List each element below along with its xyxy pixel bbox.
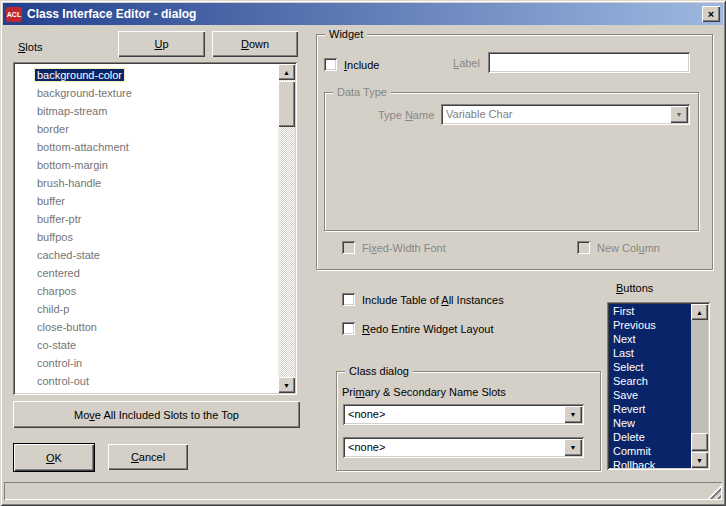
list-item-label: charpos <box>35 285 78 297</box>
list-item[interactable]: Rollback <box>609 458 691 468</box>
list-item[interactable]: buffer <box>15 192 278 210</box>
list-item-label: buffpos <box>35 231 75 243</box>
list-item-label: child-p <box>35 303 71 315</box>
widget-group-label: Widget <box>325 27 367 41</box>
list-item[interactable]: First <box>609 304 691 318</box>
title-bar[interactable]: ACL Class Interface Editor - dialog × <box>3 3 723 25</box>
primary-name-slot-value: <none> <box>348 404 385 425</box>
list-item-label: bitmap-stream <box>35 105 109 117</box>
list-item-label: Delete <box>613 431 645 443</box>
list-item[interactable]: bitmap-stream <box>15 102 278 120</box>
list-item[interactable]: Last <box>609 346 691 360</box>
scroll-down-button[interactable]: ▼ <box>691 452 708 468</box>
list-item-label: control-in <box>35 357 84 369</box>
class-dialog-group-label: Class dialog <box>345 364 413 378</box>
list-item-label: cached-state <box>35 249 102 261</box>
list-item-label: Next <box>613 333 636 345</box>
list-item-label: buffer-ptr <box>35 213 83 225</box>
list-item[interactable]: background-texture <box>15 84 278 102</box>
list-item[interactable]: buffer-ptr <box>15 210 278 228</box>
list-item-label: Rollback <box>613 459 655 468</box>
list-item[interactable]: bottom-margin <box>15 156 278 174</box>
list-item[interactable]: control-in <box>15 354 278 372</box>
secondary-name-slot-value: <none> <box>348 437 385 458</box>
up-arrow-icon: ▲ <box>696 309 703 316</box>
include-checkbox[interactable]: Include <box>324 58 379 71</box>
class-interface-editor-dialog: ACL Class Interface Editor - dialog × Sl… <box>0 0 726 506</box>
list-item-label: New <box>613 417 635 429</box>
type-name-dropdown-button: ▼ <box>670 106 688 123</box>
list-item[interactable]: New <box>609 416 691 430</box>
list-item[interactable]: Save <box>609 388 691 402</box>
list-item[interactable]: background-color <box>15 66 278 84</box>
resize-grip-icon[interactable] <box>706 484 721 499</box>
list-item-label: close-button <box>35 321 99 333</box>
list-item[interactable]: cached-state <box>15 246 278 264</box>
list-item[interactable]: Next <box>609 332 691 346</box>
list-item[interactable]: charpos <box>15 282 278 300</box>
label-field-label: Label <box>453 57 480 69</box>
list-item[interactable]: Delete <box>609 430 691 444</box>
slots-listbox[interactable]: background-colorbackground-texturebitmap… <box>13 62 297 395</box>
name-slots-label: Primary & Secondary Name Slots <box>342 386 506 398</box>
list-item[interactable]: centered <box>15 264 278 282</box>
list-item-label: Search <box>613 375 648 387</box>
list-item[interactable]: bottom-attachment <box>15 138 278 156</box>
list-item[interactable]: border <box>15 120 278 138</box>
primary-name-slot-combobox[interactable]: <none> ▼ <box>343 404 584 425</box>
buttons-scrollbar[interactable]: ▲ ▼ <box>691 304 708 468</box>
chevron-down-icon: ▼ <box>570 411 577 418</box>
list-item[interactable]: Revert <box>609 402 691 416</box>
up-button[interactable]: Up <box>118 31 205 57</box>
move-all-button-label: Move All Included Slots to the Top <box>74 409 239 421</box>
list-item-label: background-texture <box>35 87 134 99</box>
list-item[interactable]: Previous <box>609 318 691 332</box>
list-item[interactable]: close-button <box>15 318 278 336</box>
list-item[interactable]: Select <box>609 360 691 374</box>
checkbox-icon <box>342 241 355 254</box>
type-name-combobox: Variable Char ▼ <box>441 104 690 125</box>
secondary-name-slot-combobox[interactable]: <none> ▼ <box>343 437 584 458</box>
ok-button[interactable]: OK <box>13 443 95 472</box>
list-item[interactable]: Search <box>609 374 691 388</box>
ok-button-label: OK <box>46 452 62 464</box>
list-item[interactable]: control-out <box>15 372 278 390</box>
window-title: Class Interface Editor - dialog <box>27 7 702 21</box>
move-all-button[interactable]: Move All Included Slots to the Top <box>13 401 300 428</box>
scroll-up-button[interactable]: ▲ <box>278 64 295 80</box>
slots-scrollbar[interactable]: ▲ ▼ <box>278 64 295 393</box>
slots-list-items: background-colorbackground-texturebitmap… <box>15 64 278 393</box>
cancel-button[interactable]: Cancel <box>108 444 188 470</box>
down-button[interactable]: Down <box>212 31 298 57</box>
chevron-down-icon: ▼ <box>676 111 683 118</box>
primary-name-slot-dropdown-button[interactable]: ▼ <box>564 406 582 423</box>
checkbox-icon <box>342 322 355 335</box>
data-type-group-label: Data Type <box>333 85 391 99</box>
buttons-listbox[interactable]: FirstPreviousNextLastSelectSearchSaveRev… <box>607 302 710 470</box>
secondary-name-slot-dropdown-button[interactable]: ▼ <box>564 439 582 456</box>
include-table-checkbox[interactable]: Include Table of All Instances <box>342 293 504 306</box>
scrollbar-thumb[interactable] <box>278 81 295 127</box>
buttons-list-items: FirstPreviousNextLastSelectSearchSaveRev… <box>609 304 691 468</box>
list-item[interactable]: co-state <box>15 336 278 354</box>
redo-layout-checkbox[interactable]: Redo Entire Widget Layout <box>342 322 493 335</box>
scroll-down-button[interactable]: ▼ <box>278 377 295 393</box>
scrollbar-thumb[interactable] <box>691 433 708 451</box>
label-input[interactable] <box>488 52 690 73</box>
list-item-label: Last <box>613 347 634 359</box>
close-button[interactable]: × <box>702 6 720 22</box>
checkbox-icon <box>324 58 337 71</box>
list-item-label: Save <box>613 389 638 401</box>
list-item-label: buffer <box>35 195 67 207</box>
scroll-up-button[interactable]: ▲ <box>691 304 708 320</box>
slots-label: Slots <box>18 41 42 53</box>
status-bar <box>4 482 722 500</box>
list-item[interactable]: child-p <box>15 300 278 318</box>
list-item[interactable]: buffpos <box>15 228 278 246</box>
list-item[interactable]: brush-handle <box>15 174 278 192</box>
checkbox-icon <box>577 241 590 254</box>
list-item[interactable]: Commit <box>609 444 691 458</box>
list-item-label: Revert <box>613 403 645 415</box>
list-item-label: centered <box>35 267 82 279</box>
include-checkbox-label: Include <box>344 59 379 71</box>
